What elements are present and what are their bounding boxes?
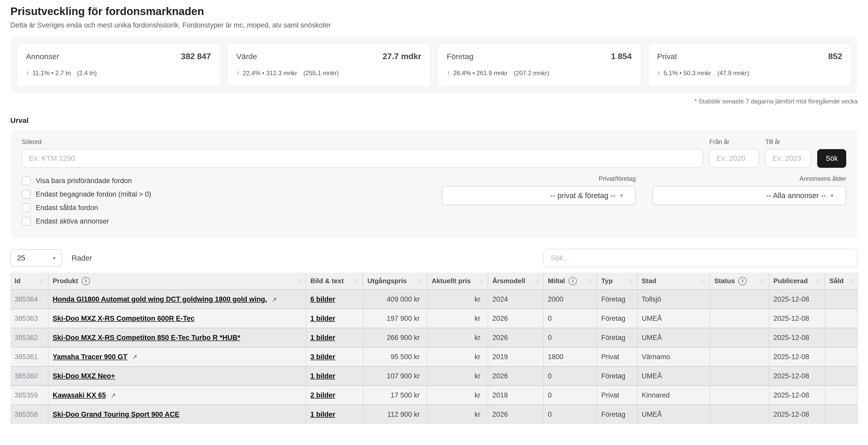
info-icon[interactable]: i [568, 277, 577, 285]
column-header-status[interactable]: Statusi↑↓ [710, 272, 769, 290]
stat-card-varde: Värde 27.7 mdkr ↑ 22,4% • 312.3 mnkr (25… [227, 43, 431, 87]
cell-city: UMEÅ [637, 405, 710, 424]
column-header-bild-text[interactable]: Bild & text↑↓ [306, 272, 363, 290]
stat-value: 852 [828, 52, 842, 61]
info-icon[interactable]: i [82, 277, 90, 285]
cell-mileage: 0 [544, 405, 597, 424]
column-header-produkt[interactable]: Produkti↑↓ [48, 272, 306, 290]
page-header: Prisutveckling för fordonsmarknaden Dett… [0, 0, 868, 29]
cell-start-price: 112 900 kr [363, 405, 427, 424]
table-row: 385359 Kawasaki KX 65↗ 2 bilder 17 500 k… [10, 386, 858, 405]
stat-previous: (2.4 tn) [77, 69, 97, 77]
external-link-icon[interactable]: ↗ [132, 353, 137, 361]
column-header-stad[interactable]: Stad↑↓ [637, 272, 710, 290]
product-link[interactable]: Kawasaki KX 65 [53, 391, 106, 399]
cell-status [710, 290, 769, 309]
external-link-icon[interactable]: ↗ [272, 296, 277, 303]
product-link[interactable]: Yamaha Tracer 900 GT [53, 353, 127, 361]
sort-icon[interactable]: ↑↓ [39, 278, 44, 284]
cell-status [710, 405, 769, 424]
stat-change: 5,1% • 50.3 mnkr [664, 69, 711, 77]
product-link[interactable]: Ski-Doo MXZ X-RS Competiton 850 E-Tec Tu… [53, 334, 240, 342]
cell-id: 385362 [10, 328, 48, 347]
images-link[interactable]: 1 bilder [310, 372, 335, 380]
images-link[interactable]: 3 bilder [310, 353, 335, 361]
cell-type: Privat [597, 347, 637, 366]
cell-year: 2024 [488, 290, 544, 309]
column-header-arsmodell[interactable]: Årsmodell↑↓ [488, 272, 544, 290]
checkbox-active-only[interactable]: Endast aktiva annonser [22, 216, 151, 226]
owner-filter-select[interactable]: -- privat & företag -- ▾ [442, 186, 636, 205]
checkbox-icon[interactable] [22, 217, 31, 226]
cell-current-price: kr [427, 309, 488, 328]
cell-published: 2025-12-08 [769, 328, 825, 347]
table-row: 385364 Honda Gl1800 Automat gold wing DC… [10, 290, 858, 309]
cell-start-price: 266 900 kr [363, 328, 427, 347]
cell-start-price: 409 000 kr [363, 290, 427, 309]
images-link[interactable]: 1 bilder [310, 334, 335, 342]
cell-current-price: kr [427, 366, 488, 386]
checkbox-label: Visa bara prisförändade fordon [36, 177, 132, 185]
column-header-sald[interactable]: Såld↑↓ [825, 272, 858, 290]
checkbox-icon[interactable] [22, 203, 31, 212]
cell-id: 385364 [10, 290, 48, 309]
keyword-label: Sökord [22, 138, 703, 146]
sort-icon[interactable]: ↑↓ [535, 278, 539, 284]
sort-icon[interactable]: ↑↓ [354, 278, 359, 284]
ad-age-filter-select[interactable]: -- Alla annonser -- ▾ [652, 186, 846, 205]
images-link[interactable]: 6 bilder [310, 295, 335, 303]
product-link[interactable]: Ski-Doo MXZ Neo+ [53, 372, 115, 380]
sort-icon[interactable]: ↑↓ [760, 278, 765, 284]
product-link[interactable]: Ski-Doo Grand Touring Sport 900 ACE [53, 411, 179, 418]
sort-icon[interactable]: ↑↓ [418, 278, 423, 284]
checkbox-icon[interactable] [22, 190, 31, 199]
table-row: 385363 Ski-Doo MXZ X-RS Competiton 600R … [10, 309, 858, 328]
cell-status [710, 386, 769, 405]
checkbox-price-changed[interactable]: Visa bara prisförändade fordon [22, 176, 151, 185]
chevron-down-icon: ▾ [53, 255, 56, 261]
external-link-icon[interactable]: ↗ [111, 392, 116, 399]
cell-mileage: 0 [544, 386, 597, 405]
images-link[interactable]: 1 bilder [310, 411, 335, 418]
info-icon[interactable]: i [738, 277, 747, 285]
sort-icon[interactable]: ↑↓ [816, 278, 820, 284]
stat-card-annonser: Annonser 382 847 ↑ 11,1% • 2.7 tn (2.4 t… [17, 43, 220, 87]
sort-icon[interactable]: ↑↓ [297, 278, 302, 284]
column-header-utgangspris[interactable]: Utgångspris↑↓ [363, 272, 427, 290]
rows-per-page-select[interactable]: 25 ▾ [10, 249, 62, 267]
sort-icon[interactable]: ↑↓ [588, 278, 592, 284]
images-link[interactable]: 2 bilder [310, 391, 335, 399]
checkbox-icon[interactable] [22, 176, 31, 185]
product-link[interactable]: Honda Gl1800 Automat gold wing DCT goldw… [53, 295, 267, 303]
table-header-row: Id↑↓ Produkti↑↓ Bild & text↑↓ Utgångspri… [10, 272, 858, 290]
to-year-input[interactable] [765, 149, 811, 168]
rows-per-page-value: 25 [17, 254, 25, 262]
checkbox-sold-only[interactable]: Endast sålda fordon [22, 203, 151, 212]
column-header-typ[interactable]: Typ↑↓ [597, 272, 637, 290]
sort-icon[interactable]: ↑↓ [849, 278, 853, 284]
cell-city: UMEÅ [637, 328, 710, 347]
cell-published: 2025-12-08 [769, 366, 825, 386]
sort-icon[interactable]: ↑↓ [628, 278, 633, 284]
checkbox-label: Endast begagnade fordon (miltal > 0) [36, 190, 151, 198]
checkbox-used-only[interactable]: Endast begagnade fordon (miltal > 0) [22, 189, 151, 199]
column-header-miltal[interactable]: Miltali↑↓ [544, 272, 597, 290]
checkbox-label: Endast aktiva annonser [36, 217, 109, 225]
sort-icon[interactable]: ↑↓ [701, 278, 706, 284]
images-link[interactable]: 1 bilder [310, 315, 335, 322]
product-link[interactable]: Ski-Doo MXZ X-RS Competiton 600R E-Tec [53, 315, 194, 322]
search-button[interactable]: Sök [817, 149, 846, 168]
keyword-input[interactable] [22, 149, 703, 168]
sort-icon[interactable]: ↑↓ [479, 278, 484, 284]
column-header-publicerad[interactable]: Publicerad↑↓ [769, 272, 825, 290]
stat-label: Annonser [26, 52, 59, 61]
cell-published: 2025-12-08 [769, 386, 825, 405]
results-table: Id↑↓ Produkti↑↓ Bild & text↑↓ Utgångspri… [10, 272, 858, 424]
column-header-aktuellt-pris[interactable]: Aktuellt pris↑↓ [427, 272, 488, 290]
stat-value: 382 847 [181, 52, 211, 61]
column-header-id[interactable]: Id↑↓ [10, 272, 48, 290]
table-search-input[interactable] [544, 249, 858, 267]
cell-year: 2026 [488, 328, 544, 347]
ad-age-filter-label: Annonsens ålder [652, 175, 846, 182]
from-year-input[interactable] [709, 149, 759, 168]
